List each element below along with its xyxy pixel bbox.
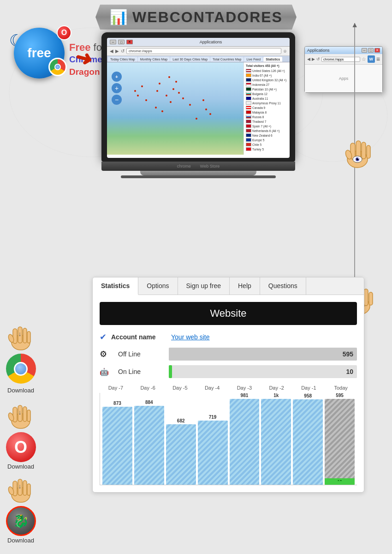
bar-today: 595 10	[325, 393, 355, 485]
close-btn[interactable]: ✕	[126, 40, 133, 44]
chart-day-labels: Day -7 Day -6 Day -5 Day -4 Day -3 Day -…	[100, 385, 357, 391]
tab-statistics[interactable]: Statistics	[93, 277, 138, 295]
map-dot	[161, 110, 163, 112]
website-header: Website	[100, 302, 357, 325]
tab-total-countries[interactable]: Total Countries Map	[210, 57, 244, 62]
online-today-value: 10	[338, 479, 342, 484]
popup-forward[interactable]: ▶	[312, 57, 315, 61]
chrome-icon-small	[48, 58, 67, 76]
download-comodo-section: ↓ 🐉 Download	[5, 476, 37, 544]
comodo-download-text[interactable]: Download	[7, 537, 34, 544]
stat-pk: Pakistan 10 (All +)	[246, 87, 288, 91]
app-title: WEBCONTADORES	[132, 9, 283, 26]
svg-rect-17	[369, 292, 373, 305]
online-row: 🤖 On Line 10	[100, 365, 357, 378]
map-dot	[159, 83, 160, 84]
download-hand-opera: ↓	[5, 402, 37, 429]
forward-arrow[interactable]: ▶	[115, 48, 119, 54]
address-bar[interactable]: chrome://apps	[126, 48, 281, 54]
map-zoom-in[interactable]: +	[112, 83, 122, 93]
tab-help[interactable]: Help	[230, 277, 260, 295]
map-dot	[145, 99, 147, 101]
download-hand-chrome: ↓	[5, 323, 37, 351]
menu-icon[interactable]: ≡	[376, 55, 380, 63]
chrome-download-text[interactable]: Download	[7, 387, 34, 394]
popup-maximize[interactable]: □	[368, 48, 374, 53]
browser-tabs: Today Cities Map Monthly Cities Map Last…	[107, 56, 290, 62]
download-chrome-section: ↓ Download	[5, 323, 37, 394]
map-compass[interactable]: +	[112, 72, 122, 82]
bar-val-6: 884	[145, 400, 153, 405]
eye-cursor-1	[339, 132, 374, 169]
stat-in: India 67 (All +)	[246, 73, 288, 77]
chrome-label: chrome	[177, 164, 191, 169]
browser-title: Applications	[135, 40, 287, 44]
online-bar-fill	[169, 365, 172, 378]
laptop-base: chrome Web Store	[101, 162, 295, 171]
popup-close[interactable]: ✕	[374, 48, 380, 53]
popup-back[interactable]: ◀	[307, 57, 310, 61]
laptop-screen: ─ □ ✕ Applications ◀ ▶ ↺ chrome://apps ☆…	[107, 38, 290, 158]
tab-last30[interactable]: Last 30 Days Cities Map	[170, 57, 210, 62]
popup-url-bar: ◀ ▶ ↺ chrome://apps ☆ W ≡	[305, 54, 382, 65]
map-dot	[137, 95, 139, 96]
bar-val-3: 981	[241, 393, 249, 398]
bar-3	[230, 399, 260, 485]
chart-area: Day -7 Day -6 Day -5 Day -4 Day -3 Day -…	[100, 385, 357, 485]
download-chrome-label: Download	[5, 354, 37, 394]
stat-uk: United Kingdom 32 (All +)	[246, 78, 288, 82]
account-name-link[interactable]: Your web site	[171, 333, 210, 341]
back-arrow[interactable]: ◀	[110, 48, 113, 54]
tab-questions[interactable]: Questions	[260, 277, 306, 295]
extension-icon[interactable]: W	[368, 55, 375, 63]
svg-rect-41	[27, 484, 30, 495]
maximize-btn[interactable]: □	[118, 40, 125, 44]
opera-download-text[interactable]: Download	[7, 463, 34, 470]
checkmark-icon: ✔	[100, 332, 107, 342]
popup-reload[interactable]: ↺	[316, 57, 320, 61]
tab-statistics-browser[interactable]: Statistics	[263, 57, 282, 62]
browser-nav-bar: ◀ ▶ ↺ chrome://apps ☆	[107, 47, 290, 56]
bar-day5: 682	[166, 393, 196, 485]
map-dot	[170, 101, 172, 103]
tab-monthly-cities[interactable]: Monthly Cities Map	[138, 57, 170, 62]
tab-options[interactable]: Options	[138, 277, 178, 295]
browser-popup: Applications ─ □ ✕ ◀ ▶ ↺ chrome://apps ☆…	[304, 46, 383, 93]
map-dot	[182, 97, 184, 99]
tab-live-feed[interactable]: Live Feed	[244, 57, 263, 62]
map-dot	[168, 76, 170, 78]
online-today-indicator: 10	[325, 478, 355, 485]
popup-window-buttons: ─ □ ✕	[362, 48, 380, 53]
bar-day4: 719	[198, 393, 228, 485]
stat-anon: Anonymous Proxy 11	[246, 101, 288, 105]
map-dot	[134, 90, 136, 92]
stats-tabs: Statistics Options Sign up free Help Que…	[93, 277, 364, 295]
map-dot	[166, 95, 167, 96]
top-arrow: ▲	[351, 21, 358, 29]
bar-4	[198, 421, 228, 485]
map-dot	[141, 85, 143, 87]
laptop: ─ □ ✕ Applications ◀ ▶ ↺ chrome://apps ☆…	[101, 32, 295, 178]
tab-signup[interactable]: Sign up free	[178, 277, 230, 295]
reload-arrow[interactable]: ↺	[121, 48, 125, 54]
bar-val-1: 958	[304, 393, 312, 398]
day-label-3: Day -3	[228, 385, 261, 391]
stat-my: Malaysia 8	[246, 110, 288, 114]
online-label: On Line	[118, 368, 164, 375]
comodo-browser-icon: 🐉	[6, 506, 36, 536]
map-dot	[189, 104, 191, 106]
map-zoom-out[interactable]: −	[112, 95, 122, 105]
bar-7	[102, 407, 132, 485]
star-icon[interactable]: ☆	[362, 56, 366, 62]
minimize-btn[interactable]: ─	[110, 40, 116, 44]
bar-val-4: 719	[209, 415, 217, 420]
tab-today-cities[interactable]: Today Cities Map	[108, 57, 137, 62]
day-label-5: Day -5	[164, 385, 196, 391]
bar-day3: 981	[230, 393, 260, 485]
svg-text:↓: ↓	[18, 409, 22, 416]
bar-val-2: 1k	[273, 393, 279, 398]
svg-rect-33	[23, 407, 27, 422]
popup-minimize[interactable]: ─	[362, 48, 367, 53]
stat-us: United States 126 (All +)	[246, 69, 288, 72]
offline-value: 595	[343, 350, 353, 358]
